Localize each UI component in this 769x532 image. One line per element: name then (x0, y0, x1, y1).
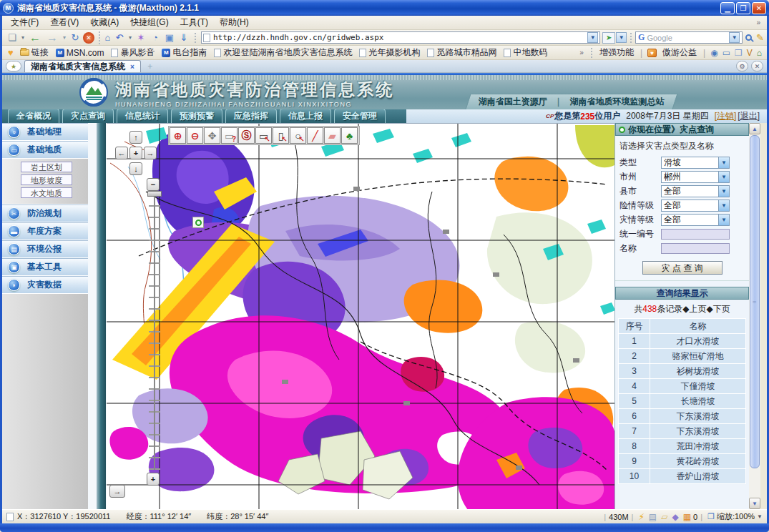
search-box[interactable]: G Google ▼ (635, 31, 743, 44)
url-dropdown-icon[interactable]: ▼ (587, 32, 598, 43)
nav-tab-security[interactable]: 安全管理 (334, 109, 386, 124)
bookmark-city-site[interactable]: 觅路城市精品网 (427, 46, 496, 59)
address-bar[interactable]: http://dzzh.hndh.gov.cn/gridweb.aspx ▼ (201, 31, 600, 44)
nav-tab-emergency[interactable]: 应急指挥 (225, 109, 277, 124)
exit-link[interactable]: [退出] (738, 110, 760, 122)
zoom-minus-button[interactable]: − (147, 178, 160, 191)
zoom-plus-button[interactable]: + (147, 473, 160, 486)
scrollbar-thumb[interactable] (750, 135, 760, 468)
sidebar-item-prevention-plan[interactable]: ✂防治规划 (2, 205, 88, 222)
result-row[interactable]: 2骆家恒矿滑地 (619, 349, 746, 364)
undo-button[interactable]: ↶ (113, 31, 126, 44)
new-tab-button[interactable]: + (142, 61, 158, 72)
folder-icon[interactable]: ▱ (661, 512, 667, 522)
bookmark-zhongdi[interactable]: 中地数码 (504, 46, 547, 59)
submenu-terrain-slope[interactable]: 地形坡度 (21, 174, 72, 185)
search-icon[interactable] (745, 34, 752, 41)
pan-left-button[interactable]: ← (115, 147, 128, 159)
tab-close-icon[interactable]: × (130, 63, 134, 71)
result-row[interactable]: 1才口水滑坡 (619, 334, 746, 349)
menu-item[interactable]: 查看(V) (44, 16, 84, 29)
search-dropdown-icon[interactable]: ▼ (729, 32, 740, 43)
close-button[interactable]: ✕ (752, 2, 766, 14)
menu-item[interactable]: 收藏(A) (84, 16, 124, 29)
menu-item[interactable]: 快捷组(G) (124, 16, 174, 29)
map-viewport[interactable]: ⊕⊖✥▭?Ⓢ▭↖▯↖○↖╱▰♣ ↑ ← + → ↓ − + → (107, 123, 614, 509)
clip-rect-button[interactable]: ▯↖ (273, 127, 289, 144)
notes-icon[interactable]: ❒ (735, 48, 743, 58)
pan-up-button[interactable]: ↑ (129, 131, 142, 144)
sidebar-item-base-geography[interactable]: »基础地理 (2, 123, 88, 141)
prev-page-link[interactable]: ◆上页 (682, 304, 706, 314)
sidebar-item-basic-tools[interactable]: ▣基本工具 (2, 258, 88, 276)
pan-right-button[interactable]: → (144, 147, 157, 159)
menu-item[interactable]: 工具(T) (175, 16, 214, 29)
search-input[interactable]: Google (647, 34, 729, 42)
select[interactable]: 滑坡▼ (661, 157, 730, 169)
result-row[interactable]: 3衫树垅滑坡 (619, 364, 746, 379)
bookmark-radio-guide[interactable]: 电台指南 (162, 46, 207, 59)
zoom-slider[interactable] (149, 194, 160, 470)
book-icon[interactable]: ◆ (672, 512, 678, 522)
enhance-button[interactable]: 增强功能 (599, 46, 634, 59)
nav-tab-report[interactable]: 信息上报 (280, 109, 331, 124)
nav-tab-overview[interactable]: 全省概况 (8, 109, 59, 124)
sidebar-item-disaster-data[interactable]: ◗灾害数据 (2, 276, 88, 294)
scale-button[interactable]: Ⓢ (238, 127, 255, 144)
menu-item[interactable]: 文件(F) (5, 16, 44, 29)
sidebar-item-env-bulletin[interactable]: ▤环境公报 (2, 240, 88, 258)
sidebar-expand-button[interactable]: → (109, 485, 125, 498)
pan-center-button[interactable]: + (129, 147, 142, 159)
chevron-down-icon[interactable]: ▼ (718, 186, 729, 197)
scroll-up-icon[interactable]: ▲ (749, 123, 760, 134)
logout-link[interactable]: [注销] (715, 110, 737, 122)
history-button[interactable]: ◔ (149, 31, 162, 44)
close-all-icon[interactable]: ✕ (751, 61, 763, 72)
page-scrollbar[interactable]: ▲ ▼ (749, 123, 760, 509)
download-button[interactable]: ⇓ (177, 31, 190, 44)
sidebar-splitter[interactable] (88, 123, 107, 509)
pan-down-button[interactable]: ↓ (129, 162, 142, 175)
magic-wand-button[interactable]: ✶ (134, 31, 147, 44)
favorites-icon[interactable]: ♥ (8, 47, 14, 58)
select-rect-button[interactable]: ▭↖ (255, 127, 272, 144)
bookmark-hunan-system[interactable]: 欢迎登陆湖南省地质灾害信息系统 (214, 46, 352, 59)
minimize-button[interactable]: ▁ (720, 2, 735, 14)
select[interactable]: 全部▼ (661, 214, 730, 226)
stop-button[interactable]: ✕ (83, 32, 94, 44)
go-dropdown-icon[interactable]: ▼ (616, 32, 627, 43)
chevron-down-icon[interactable]: ▼ (718, 172, 729, 182)
query-button[interactable]: 灾 点 查 询 (642, 261, 723, 275)
history-caret-button[interactable]: ▾ (62, 31, 67, 44)
result-row[interactable]: 5长塘滑坡 (619, 394, 746, 409)
text-input[interactable] (661, 229, 730, 240)
link-geo-monitor-station[interactable]: 湖南省地质环境监测总站 (570, 96, 665, 108)
menu-item[interactable]: 帮助(H) (214, 16, 255, 29)
image-counter-icon[interactable]: ▦ (683, 512, 691, 522)
select[interactable]: 全部▼ (661, 200, 730, 212)
link-land-resources[interactable]: 湖南省国土资源厅 (479, 96, 547, 108)
sidebar-item-base-geology[interactable]: ▭基础地质 (2, 141, 88, 159)
go-button[interactable]: ➤ (602, 32, 615, 44)
result-row[interactable]: 7下东溪滑坡 (619, 424, 746, 439)
url-input[interactable]: http://dzzh.hndh.gov.cn/gridweb.aspx (213, 33, 587, 42)
select[interactable]: 郴州▼ (661, 171, 730, 183)
bookmarks-overflow-icon[interactable]: » (576, 49, 587, 56)
charity-button[interactable]: 傲游公益 (662, 46, 697, 59)
bookmark-baofeng[interactable]: 暴风影音 (111, 46, 155, 59)
new-page-button[interactable]: ❏ (6, 31, 19, 44)
measure-button[interactable]: ▭? (221, 127, 237, 144)
undo-caret[interactable]: ▾ (127, 31, 133, 44)
chevron-down-icon[interactable]: ▼ (718, 200, 729, 211)
result-row[interactable]: 10香炉山滑坡 (619, 469, 746, 484)
result-row[interactable]: 8荒田冲滑坡 (619, 439, 746, 454)
full-extent-button[interactable]: ♣ (341, 127, 358, 144)
pan-button[interactable]: ✥ (204, 127, 220, 144)
sidebar-item-annual-plan[interactable]: ▬年度方案 (2, 222, 88, 240)
user-icon[interactable]: ◉ (710, 48, 717, 58)
tray-icon[interactable]: ▤ (649, 512, 657, 522)
chevron-down-icon[interactable]: ▼ (718, 157, 729, 168)
zoom-select-button[interactable]: ○↖ (290, 127, 306, 144)
tab-active[interactable]: 湖南省地质灾害信息系统 × (24, 60, 141, 72)
zoom-slider-handle[interactable] (147, 191, 162, 197)
